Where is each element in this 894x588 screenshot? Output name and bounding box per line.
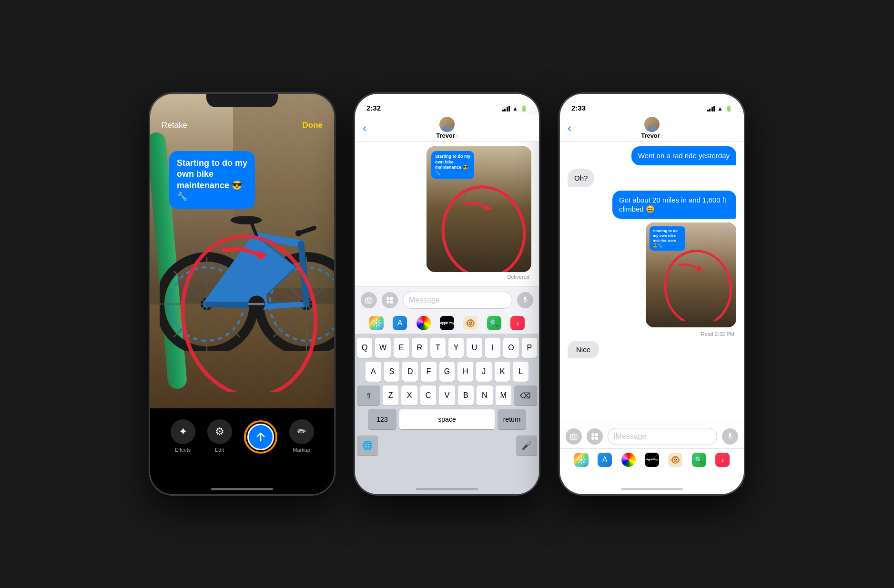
key-b[interactable]: B	[458, 385, 474, 406]
retake-button[interactable]: Retake	[162, 121, 187, 130]
key-123[interactable]: 123	[368, 409, 396, 429]
key-d[interactable]: D	[402, 362, 418, 382]
back-button-3[interactable]: ‹	[568, 122, 571, 135]
search-icon-2[interactable]: 🔍	[487, 316, 501, 330]
key-v[interactable]: V	[439, 385, 455, 406]
apps-button-3[interactable]	[587, 428, 603, 445]
markup-label: Markup	[293, 447, 310, 453]
key-backspace[interactable]: ⌫	[514, 385, 537, 406]
key-l[interactable]: L	[513, 362, 528, 382]
svg-rect-43	[591, 433, 594, 436]
appstore-icon-2[interactable]: A	[393, 316, 407, 330]
apple-pay-icon-2[interactable]: Apple Pay	[440, 316, 454, 330]
photos-icon	[372, 318, 381, 328]
key-q[interactable]: Q	[357, 338, 372, 358]
camera-input-button[interactable]	[361, 292, 377, 308]
key-h[interactable]: H	[457, 362, 473, 382]
key-c[interactable]: C	[420, 385, 436, 406]
battery-icon-3: 🔋	[725, 105, 732, 112]
photos-app-icon-3[interactable]	[574, 453, 589, 467]
globe-key[interactable]: 🌐	[357, 436, 378, 456]
markup-icon: ✏	[289, 419, 314, 444]
key-u[interactable]: U	[467, 338, 482, 358]
contact-name-3: Trevor	[641, 132, 660, 139]
key-i[interactable]: I	[485, 338, 500, 358]
photo-message-2[interactable]: Starting to do my own bike maintenance 😎…	[427, 146, 531, 272]
notch-1	[206, 94, 278, 107]
message-input-field[interactable]: Message	[403, 292, 512, 309]
key-n[interactable]: N	[477, 385, 492, 406]
key-x[interactable]: X	[401, 385, 417, 406]
key-return[interactable]: return	[498, 409, 526, 429]
camera-button-3[interactable]	[566, 428, 582, 445]
key-m[interactable]: M	[496, 385, 511, 406]
memoji-icon-2[interactable]: 🐵	[463, 316, 477, 330]
message-2: Oh?	[568, 169, 594, 187]
key-space[interactable]: space	[399, 409, 495, 429]
music-icon-3[interactable]: ♪	[715, 453, 730, 467]
microphone-button-3[interactable]	[722, 428, 738, 445]
search-icon-3[interactable]: 🔍	[692, 453, 706, 467]
key-p[interactable]: P	[522, 338, 537, 358]
contact-info-2[interactable]: Trevor ›	[436, 117, 458, 139]
conv-input-bar: iMessage	[560, 423, 744, 449]
home-indicator-3	[621, 488, 683, 490]
apps-input-button[interactable]	[382, 292, 398, 308]
message-placeholder: Message	[409, 296, 440, 304]
appstore-icon-3[interactable]: A	[598, 453, 612, 467]
key-shift[interactable]: ⇧	[357, 385, 380, 406]
key-r[interactable]: R	[412, 338, 427, 358]
music-icon-2[interactable]: ♪	[510, 316, 525, 330]
photos-icon-3	[577, 455, 586, 465]
contact-name-2: Trevor	[436, 132, 455, 139]
key-f[interactable]: F	[421, 362, 437, 382]
keyboard-bottom-row: 🌐 🎤	[355, 435, 539, 456]
key-g[interactable]: G	[439, 362, 455, 382]
contact-info-3[interactable]: Trevor ›	[641, 117, 663, 139]
pay-text: Apple Pay	[440, 321, 454, 324]
markup-button[interactable]: ✏ Markup	[289, 419, 314, 453]
key-j[interactable]: J	[476, 362, 492, 382]
svg-rect-37	[524, 296, 527, 300]
imessage-icon-2[interactable]	[417, 316, 431, 330]
delivered-label: Delivered	[363, 274, 531, 280]
imessage-input-field[interactable]: iMessage	[608, 428, 717, 445]
camera-screen: Starting to do my own bike maintenance 😎…	[150, 94, 334, 494]
key-z[interactable]: Z	[383, 385, 398, 406]
apple-pay-icon-3[interactable]: Apple Pay	[645, 453, 659, 467]
key-s[interactable]: S	[384, 362, 400, 382]
imessage-placeholder: iMessage	[614, 432, 646, 441]
key-a[interactable]: A	[366, 362, 381, 382]
key-k[interactable]: K	[495, 362, 510, 382]
svg-point-42	[572, 435, 575, 438]
imessage-icon-3[interactable]	[621, 453, 636, 467]
key-t[interactable]: T	[430, 338, 446, 358]
done-button[interactable]: Done	[303, 121, 323, 130]
effects-button[interactable]: ✦ Effects	[171, 419, 195, 453]
messages-header-2: ‹ Trevor ›	[355, 115, 539, 142]
phone-2-messages-keyboard: 2:32 ▲ 🔋 ‹ Trevor	[354, 93, 540, 495]
wifi-icon-3: ▲	[717, 105, 723, 112]
key-e[interactable]: E	[394, 338, 409, 358]
key-w[interactable]: W	[375, 338, 390, 358]
photos-app-icon-2[interactable]	[369, 316, 384, 330]
notch-2	[411, 94, 483, 107]
back-button-2[interactable]: ‹	[363, 122, 366, 135]
messages-area-2: Starting to do my own bike maintenance 😎…	[355, 142, 539, 284]
memoji-icon-3[interactable]: 🐵	[668, 453, 682, 467]
effects-icon: ✦	[171, 419, 195, 444]
send-button[interactable]	[247, 424, 274, 450]
edit-button[interactable]: ⚙ Edit	[207, 419, 232, 453]
key-y[interactable]: Y	[448, 338, 464, 358]
keyboard-2: Q W E R T Y U I O P A S D F G	[355, 334, 539, 494]
microphone-button-2[interactable]	[517, 292, 533, 308]
svg-point-32	[367, 299, 370, 302]
mic-key[interactable]: 🎤	[516, 436, 537, 456]
svg-point-39	[375, 322, 377, 324]
svg-rect-35	[386, 300, 389, 303]
send-button-outer[interactable]	[244, 420, 277, 454]
key-o[interactable]: O	[503, 338, 518, 358]
status-icons-2: ▲ 🔋	[502, 105, 528, 112]
battery-icon: 🔋	[520, 105, 528, 112]
photo-message-3[interactable]: Starting to do my own bike maintenance 😎…	[646, 223, 736, 327]
